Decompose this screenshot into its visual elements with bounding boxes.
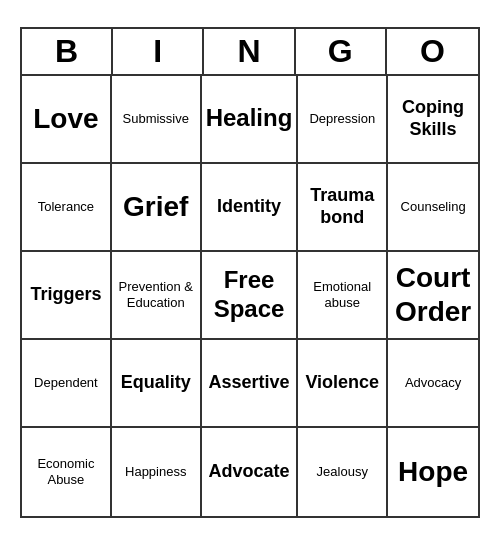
bingo-card: BINGO LoveSubmissiveHealingDepressionCop… (20, 27, 480, 518)
cell-text: Prevention & Education (116, 279, 196, 310)
cell-text: Healing (206, 104, 293, 133)
header-letter: I (113, 29, 204, 74)
cell-text: Free Space (206, 266, 293, 324)
bingo-cell: Court Order (388, 252, 478, 340)
cell-text: Counseling (401, 199, 466, 215)
bingo-cell: Healing (202, 76, 299, 164)
bingo-cell: Submissive (112, 76, 202, 164)
bingo-cell: Jealousy (298, 428, 388, 516)
header-letter: B (22, 29, 113, 74)
cell-text: Advocate (208, 461, 289, 483)
bingo-cell: Identity (202, 164, 299, 252)
cell-text: Identity (217, 196, 281, 218)
bingo-cell: Advocacy (388, 340, 478, 428)
bingo-cell: Advocate (202, 428, 299, 516)
cell-text: Grief (123, 190, 188, 224)
cell-text: Violence (305, 372, 379, 394)
cell-text: Coping Skills (392, 97, 474, 140)
bingo-grid: LoveSubmissiveHealingDepressionCoping Sk… (22, 76, 478, 516)
cell-text: Dependent (34, 375, 98, 391)
bingo-cell: Trauma bond (298, 164, 388, 252)
bingo-header: BINGO (22, 29, 478, 76)
bingo-cell: Grief (112, 164, 202, 252)
bingo-cell: Love (22, 76, 112, 164)
header-letter: G (296, 29, 387, 74)
cell-text: Trauma bond (302, 185, 382, 228)
cell-text: Court Order (392, 261, 474, 328)
header-letter: O (387, 29, 478, 74)
cell-text: Economic Abuse (26, 456, 106, 487)
cell-text: Emotional abuse (302, 279, 382, 310)
bingo-cell: Prevention & Education (112, 252, 202, 340)
cell-text: Equality (121, 372, 191, 394)
bingo-cell: Happiness (112, 428, 202, 516)
cell-text: Triggers (30, 284, 101, 306)
bingo-cell: Economic Abuse (22, 428, 112, 516)
cell-text: Jealousy (317, 464, 368, 480)
header-letter: N (204, 29, 295, 74)
bingo-cell: Emotional abuse (298, 252, 388, 340)
bingo-cell: Tolerance (22, 164, 112, 252)
cell-text: Hope (398, 455, 468, 489)
bingo-cell: Counseling (388, 164, 478, 252)
bingo-cell: Dependent (22, 340, 112, 428)
bingo-cell: Equality (112, 340, 202, 428)
bingo-cell: Free Space (202, 252, 299, 340)
bingo-cell: Coping Skills (388, 76, 478, 164)
cell-text: Depression (309, 111, 375, 127)
bingo-cell: Hope (388, 428, 478, 516)
bingo-cell: Depression (298, 76, 388, 164)
cell-text: Assertive (208, 372, 289, 394)
bingo-cell: Violence (298, 340, 388, 428)
bingo-cell: Triggers (22, 252, 112, 340)
cell-text: Tolerance (38, 199, 94, 215)
cell-text: Happiness (125, 464, 186, 480)
cell-text: Advocacy (405, 375, 461, 391)
cell-text: Submissive (123, 111, 189, 127)
cell-text: Love (33, 102, 98, 136)
bingo-cell: Assertive (202, 340, 299, 428)
